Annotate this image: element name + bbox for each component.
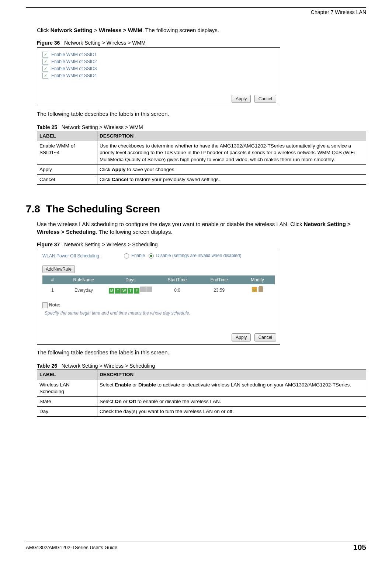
cancel-button[interactable]: Cancel bbox=[254, 333, 276, 341]
section-number: 7.8 bbox=[26, 203, 40, 215]
cell-num: 1 bbox=[42, 284, 63, 296]
delete-icon[interactable] bbox=[259, 287, 263, 292]
table-row: Wireless LAN Scheduling Select Enable or… bbox=[37, 380, 366, 396]
th-label: LABEL bbox=[37, 370, 97, 380]
cell-desc: Click Cancel to restore your previously … bbox=[97, 175, 366, 185]
cell-label: State bbox=[37, 396, 97, 406]
table-label: Table 26 bbox=[37, 363, 57, 369]
section-7-8-heading: 7.8 The Scheduling Screen bbox=[26, 203, 366, 215]
cell-desc: Check the day(s) you want to turn the wi… bbox=[97, 407, 366, 417]
edit-icon[interactable] bbox=[252, 287, 257, 292]
checkbox-label: Enable WMM of SSID2 bbox=[51, 59, 97, 64]
cancel-button[interactable]: Cancel bbox=[254, 95, 276, 103]
section-title: The Scheduling Screen bbox=[46, 203, 160, 215]
checkbox-label: Enable WMM of SSID1 bbox=[51, 52, 97, 57]
th-description: DESCRIPTION bbox=[97, 370, 366, 380]
cell-label: Cancel bbox=[37, 175, 97, 185]
checkbox-label: Enable WMM of SSID3 bbox=[51, 66, 97, 71]
text-bold: Apply bbox=[112, 167, 126, 172]
note-text: Specify the same begin time and end time… bbox=[45, 311, 275, 316]
text: . The following screen displays. bbox=[96, 229, 173, 235]
cell-desc: Use the checkboxes to determine whether … bbox=[97, 141, 366, 165]
th-days: Days bbox=[105, 275, 156, 284]
th-end: EndTime bbox=[198, 275, 240, 284]
figure-title: Network Setting > Wireless > Scheduling bbox=[64, 242, 158, 247]
day-chip: F bbox=[134, 288, 139, 294]
text: Select bbox=[100, 382, 115, 388]
th-start: StartTime bbox=[156, 275, 198, 284]
cell-label: Day bbox=[37, 407, 97, 417]
day-chip: W bbox=[121, 288, 127, 294]
text-bold: Network Setting bbox=[51, 27, 93, 33]
note-icon bbox=[42, 302, 48, 308]
radio-disable[interactable] bbox=[149, 253, 154, 259]
table-title: Network Setting > Wireless > WMM bbox=[62, 124, 143, 130]
text: Click bbox=[100, 177, 112, 182]
apply-button[interactable]: Apply bbox=[232, 95, 251, 103]
note-title: Note: bbox=[49, 302, 60, 308]
checkbox-icon[interactable]: ✓ bbox=[42, 52, 48, 58]
cell-modify bbox=[240, 284, 275, 296]
checkbox-icon[interactable]: ✓ bbox=[42, 73, 48, 79]
cell-desc: Click Apply to save your changes. bbox=[97, 164, 366, 174]
apply-button[interactable]: Apply bbox=[232, 333, 251, 341]
th-label: LABEL bbox=[37, 131, 97, 141]
figure36-caption: Figure 36 Network Setting > Wireless > W… bbox=[37, 40, 366, 46]
radio-label: Enable bbox=[131, 253, 145, 258]
text: . The following screen displays. bbox=[142, 27, 219, 33]
cell-label: Enable WMM of SSID1~4 bbox=[37, 141, 97, 165]
table-label: Table 25 bbox=[37, 124, 57, 130]
text-bold: Wireless > WMM bbox=[99, 27, 142, 33]
text: Click bbox=[100, 167, 112, 172]
table-row: Apply Click Apply to save your changes. bbox=[37, 164, 366, 174]
radio-group: Enable Disable (settings are invalid whe… bbox=[124, 253, 242, 259]
footer-guide-name: AMG1302/AMG1202-TSeries User's Guide bbox=[26, 545, 117, 550]
chapter-header: Chapter 7 Wireless LAN bbox=[26, 9, 366, 15]
cell-desc: Select Enable or Disable to activate or … bbox=[97, 380, 366, 396]
page-number: 105 bbox=[353, 543, 366, 552]
wmm-checkbox-row: ✓Enable WMM of SSID3 bbox=[42, 66, 275, 72]
text: to restore your previously saved setting… bbox=[128, 177, 220, 182]
table-title: Network Setting > Wireless > Scheduling bbox=[62, 363, 155, 369]
text: to enable or disable the wireless LAN. bbox=[136, 399, 221, 404]
text-bold: Off bbox=[129, 399, 136, 404]
text-bold: Cancel bbox=[112, 177, 128, 182]
th-description: DESCRIPTION bbox=[97, 131, 366, 141]
table25-caption: Table 25 Network Setting > Wireless > WM… bbox=[37, 124, 366, 130]
day-chip bbox=[146, 287, 152, 292]
figure36-screenshot: ✓Enable WMM of SSID1 ✓Enable WMM of SSID… bbox=[37, 47, 280, 106]
table26-caption: Table 26 Network Setting > Wireless > Sc… bbox=[37, 363, 366, 369]
cell-end: 23:59 bbox=[198, 284, 240, 296]
text: Select bbox=[100, 399, 115, 404]
day-chip: M bbox=[109, 288, 114, 294]
wmm-checkbox-row: ✓Enable WMM of SSID4 bbox=[42, 73, 275, 79]
table-row: Enable WMM of SSID1~4 Use the checkboxes… bbox=[37, 141, 366, 165]
wmm-checkbox-row: ✓Enable WMM of SSID2 bbox=[42, 59, 275, 65]
th-rulename: RuleName bbox=[63, 275, 105, 284]
figure-title: Network Setting > Wireless > WMM bbox=[64, 40, 146, 46]
day-chip bbox=[140, 287, 146, 292]
table26: LABEL DESCRIPTION Wireless LAN Schedulin… bbox=[37, 370, 366, 417]
text-bold: Enable bbox=[115, 382, 131, 388]
th-modify: Modify bbox=[240, 275, 275, 284]
add-new-rule-button[interactable]: AddNewRule bbox=[42, 265, 75, 273]
checkbox-icon[interactable]: ✓ bbox=[42, 59, 48, 65]
scheduling-rules-table: # RuleName Days StartTime EndTime Modify… bbox=[42, 275, 275, 296]
scheduling-label: WLAN Power Off Scheduling : bbox=[42, 253, 102, 259]
text: to save your changes. bbox=[126, 167, 176, 172]
figure-label: Figure 36 bbox=[37, 40, 60, 46]
cell-label: Wireless LAN Scheduling bbox=[37, 380, 97, 396]
day-chip: T bbox=[115, 288, 121, 294]
cell-start: 0:0 bbox=[156, 284, 198, 296]
day-chip: T bbox=[128, 288, 133, 294]
table-row: 1 Everyday MTWTF 0:0 23:59 bbox=[42, 284, 275, 296]
cell-rulename: Everyday bbox=[63, 284, 105, 296]
checkbox-icon[interactable]: ✓ bbox=[42, 66, 48, 72]
radio-label: Disable (settings are invalid when disab… bbox=[156, 253, 242, 258]
figure37-screenshot: WLAN Power Off Scheduling : Enable Disab… bbox=[37, 249, 280, 345]
table-row: Day Check the day(s) you want to turn th… bbox=[37, 407, 366, 417]
radio-enable[interactable] bbox=[124, 253, 129, 259]
table25: LABEL DESCRIPTION Enable WMM of SSID1~4 … bbox=[37, 131, 366, 185]
cell-days: MTWTF bbox=[105, 284, 156, 296]
table25-intro: The following table describes the labels… bbox=[37, 110, 366, 118]
